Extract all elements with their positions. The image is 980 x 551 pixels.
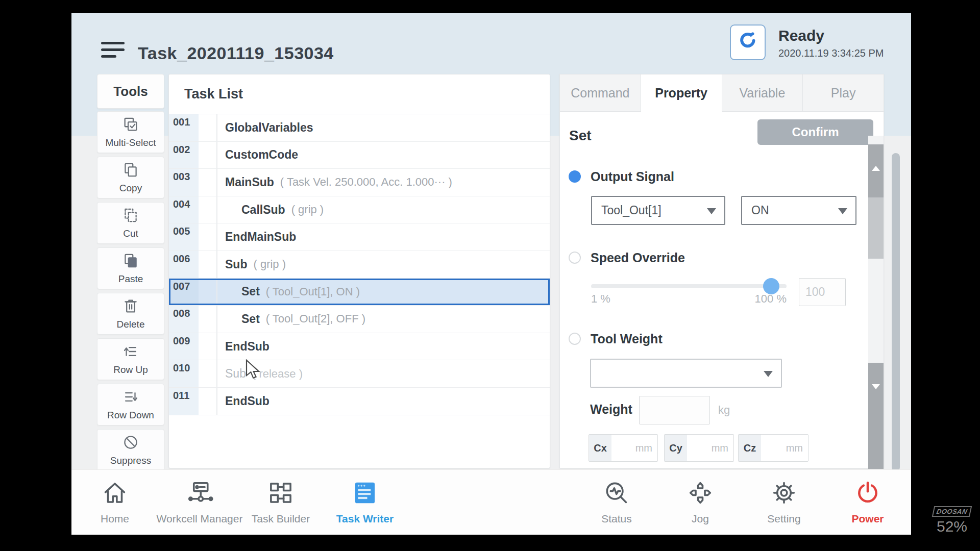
tool-button-label: Cut xyxy=(123,228,138,239)
scroll-down-button[interactable] xyxy=(868,363,884,469)
row-gutter xyxy=(199,333,217,360)
output-signal-label: Output Signal xyxy=(591,169,674,184)
nav-label: Status xyxy=(601,513,632,525)
speed-value-input[interactable]: 100 xyxy=(799,278,846,306)
row-up-icon xyxy=(122,343,139,362)
command-name: Set xyxy=(241,285,260,298)
speed-min-label: 1 % xyxy=(591,292,610,306)
nav-workcell-manager[interactable]: Workcell Manager xyxy=(154,479,246,525)
row-number: 002 xyxy=(169,142,199,169)
row-up-button[interactable]: Row Up xyxy=(97,338,164,380)
nav-label: Workcell Manager xyxy=(157,513,243,525)
confirm-button[interactable]: Confirm xyxy=(757,119,873,145)
task-row-008[interactable]: 008 Set ( Tool_Out[2], OFF ) xyxy=(169,306,550,333)
row-down-button[interactable]: Row Down xyxy=(97,384,164,425)
copy-button[interactable]: Copy xyxy=(97,157,164,198)
row-gutter xyxy=(199,279,217,306)
tools-button-list: Multi-Select Copy Cut Paste Delete Row U… xyxy=(97,111,164,471)
task-row-002[interactable]: 002 CustomCode xyxy=(169,142,550,169)
signal-state-dropdown[interactable]: ON xyxy=(741,196,856,225)
chevron-down-icon xyxy=(707,208,716,214)
cut-button[interactable]: Cut xyxy=(97,202,164,244)
tab-command[interactable]: Command xyxy=(560,74,641,112)
row-gutter xyxy=(199,169,217,196)
nav-task-writer[interactable]: Task Writer xyxy=(319,479,411,525)
speed-override-radio[interactable] xyxy=(569,252,581,264)
row-gutter xyxy=(199,196,217,223)
command-name: Set xyxy=(241,312,260,326)
property-scrollbar[interactable] xyxy=(868,136,884,469)
suppress-button[interactable]: Suppress xyxy=(97,429,164,471)
task-row-011[interactable]: 011 EndSub xyxy=(169,388,550,415)
robot-arm-icon xyxy=(737,30,759,55)
nav-jog[interactable]: Jog xyxy=(654,479,746,525)
row-number: 010 xyxy=(169,360,199,387)
property-panel: CommandPropertyVariablePlay Set Confirm … xyxy=(559,74,884,468)
task-row-010[interactable]: 010 Sub ( release ) xyxy=(169,360,550,388)
page-scrollbar[interactable] xyxy=(892,153,900,471)
command-params: ( Tool_Out[1], ON ) xyxy=(266,285,360,298)
multi-select-button[interactable]: Multi-Select xyxy=(97,111,164,153)
cz-input[interactable]: Cz mm xyxy=(738,434,808,462)
task-row-006[interactable]: 006 Sub ( grip ) xyxy=(169,251,550,279)
command-name: MainSub xyxy=(225,176,274,189)
tab-play[interactable]: Play xyxy=(803,74,884,112)
command-name: Sub xyxy=(225,258,247,271)
row-gutter xyxy=(199,142,217,169)
cog-label: Cx xyxy=(589,435,611,461)
cy-input[interactable]: Cy mm xyxy=(664,434,734,462)
task-row-009[interactable]: 009 EndSub xyxy=(169,333,550,361)
tool-weight-preset-dropdown[interactable] xyxy=(590,359,782,388)
task-row-005[interactable]: 005 EndMainSub xyxy=(169,223,550,251)
cog-unit: mm xyxy=(611,435,657,461)
command-params: ( grip ) xyxy=(253,258,286,271)
nav-setting[interactable]: Setting xyxy=(738,479,830,525)
tab-variable[interactable]: Variable xyxy=(722,74,803,112)
row-number: 006 xyxy=(169,251,199,278)
scrollbar-thumb[interactable] xyxy=(868,197,884,259)
row-number: 008 xyxy=(169,306,199,333)
tab-property[interactable]: Property xyxy=(641,74,722,112)
command-params: ( grip ) xyxy=(291,203,324,216)
task-row-001[interactable]: 001 GlobalVariables xyxy=(169,114,550,142)
nav-status[interactable]: Status xyxy=(571,479,663,525)
cog-label: Cz xyxy=(739,435,761,461)
suppress-icon xyxy=(122,434,139,453)
speed-override-label: Speed Override xyxy=(591,251,685,265)
task-row-003[interactable]: 003 MainSub ( Task Vel. 250.000, Acc. 1.… xyxy=(169,169,550,196)
cx-input[interactable]: Cx mm xyxy=(589,434,658,462)
row-down-icon xyxy=(122,388,139,408)
command-name: GlobalVariables xyxy=(225,121,313,135)
triangle-up-icon xyxy=(872,166,880,171)
command-name: CustomCode xyxy=(225,148,298,162)
command-name: EndSub xyxy=(225,394,270,408)
nav-task-builder[interactable]: Task Builder xyxy=(235,479,327,525)
task-row-list: 001 GlobalVariables 002 CustomCode 0 xyxy=(169,114,550,415)
tool-weight-radio[interactable] xyxy=(569,333,581,345)
speed-slider-track[interactable] xyxy=(591,284,787,288)
command-name: Set xyxy=(569,128,592,144)
nav-label: Task Writer xyxy=(336,513,394,525)
battery-percent: 52% xyxy=(930,518,974,535)
row-gutter xyxy=(199,114,217,141)
multi-select-icon xyxy=(122,116,139,135)
nav-label: Home xyxy=(101,513,129,525)
output-signal-radio[interactable] xyxy=(569,170,581,183)
signal-select-dropdown[interactable]: Tool_Out[1] xyxy=(591,196,725,225)
weight-input[interactable] xyxy=(639,396,710,424)
nav-home[interactable]: Home xyxy=(71,479,161,525)
command-name: CallSub xyxy=(241,203,285,217)
menu-icon[interactable] xyxy=(101,42,125,60)
nav-power[interactable]: Power xyxy=(822,479,911,525)
scroll-up-button[interactable] xyxy=(868,144,884,197)
nav-label: Setting xyxy=(767,513,800,525)
signal-state-value: ON xyxy=(751,204,769,217)
robot-status-button[interactable] xyxy=(730,24,766,60)
delete-button[interactable]: Delete xyxy=(97,293,164,335)
bottom-nav-bar: Home Workcell Manager Task Builder Task … xyxy=(71,469,911,535)
row-number: 001 xyxy=(169,114,199,141)
task-row-007[interactable]: 007 Set ( Tool_Out[1], ON ) xyxy=(169,279,550,306)
status-icon xyxy=(603,479,630,509)
task-row-004[interactable]: 004 CallSub ( grip ) xyxy=(169,196,550,224)
paste-button[interactable]: Paste xyxy=(97,247,164,289)
